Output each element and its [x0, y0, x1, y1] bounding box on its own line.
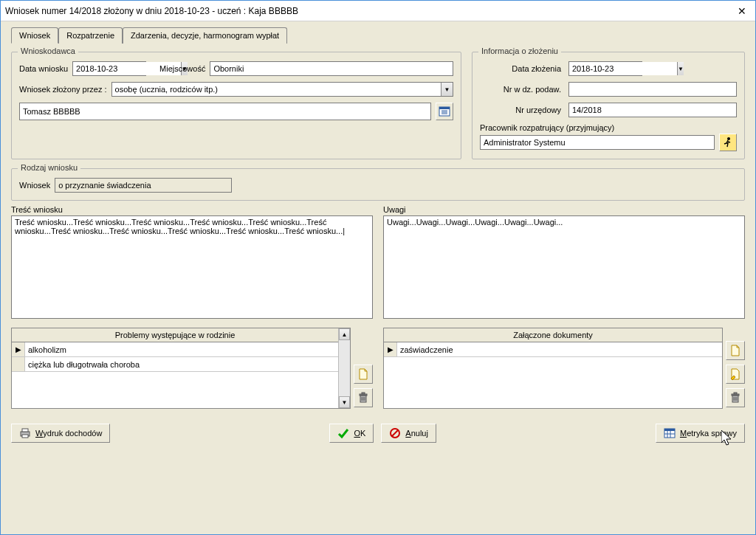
- new-document-icon: [729, 345, 741, 356]
- tab-wniosek[interactable]: Wniosek: [11, 27, 58, 44]
- date-zlozenia-combo[interactable]: ▼: [568, 61, 642, 76]
- tab-rozpatrzenie[interactable]: Rozpatrzenie: [58, 27, 123, 44]
- grid-body-problemy: ▶ alkoholizm ciężka lub długotrwała chor…: [12, 342, 338, 408]
- legend-wnioskodawca: Wnioskodawca: [18, 46, 78, 55]
- label-wniosek-typ: Wniosek: [19, 181, 50, 190]
- svg-rect-14: [734, 393, 737, 394]
- label-tresc: Treść wniosku: [11, 205, 373, 214]
- svg-line-22: [392, 430, 398, 436]
- svg-rect-1: [439, 107, 450, 109]
- calendar-icon: [439, 106, 450, 117]
- textarea-tresc[interactable]: [11, 215, 373, 319]
- delete-document-button[interactable]: [726, 388, 745, 407]
- grid-problemy[interactable]: Problemy występujące w rodzinie ▶ alkoho…: [11, 328, 351, 409]
- input-osoba[interactable]: [19, 103, 431, 120]
- trash-icon: [729, 392, 741, 404]
- label-data-zlozenia: Data złożenia: [480, 64, 561, 73]
- date-zlozenia-input[interactable]: [569, 62, 677, 75]
- window-body: Wniosek Rozpatrzenie Zdarzenia, decyzje,…: [1, 21, 755, 534]
- person-running-icon: [722, 137, 734, 148]
- table-row[interactable]: ▶ zaświadczenie: [384, 342, 722, 357]
- groupbox-wnioskodawca: Wnioskodawca Data wniosku ▼ Miejscowość …: [11, 52, 461, 159]
- scrollbar[interactable]: ▲ ▼: [338, 328, 350, 408]
- edit-document-icon: [729, 368, 741, 380]
- scroll-down-icon[interactable]: ▼: [339, 396, 350, 408]
- table-row[interactable]: ▶ alkoholizm: [12, 342, 338, 357]
- titlebar: Wniosek numer 14/2018 złożony w dniu 201…: [1, 1, 755, 21]
- label-zlozony-przez: Wniosek złożony przez :: [19, 85, 107, 94]
- edit-document-button[interactable]: [726, 365, 745, 384]
- row-indicator-icon: [12, 357, 25, 371]
- svg-rect-19: [22, 429, 28, 432]
- groupbox-rodzaj: Rodzaj wniosku Wniosek: [11, 168, 745, 201]
- label-nr-dz: Nr w dz. podaw.: [480, 85, 561, 94]
- check-icon: [337, 427, 349, 439]
- print-income-button[interactable]: WWydruk dochodówydruk dochodów: [11, 424, 110, 443]
- scroll-up-icon[interactable]: ▲: [339, 328, 350, 340]
- groupbox-informacja: Informacja o złożeniu Data złożenia ▼ Nr…: [472, 52, 745, 159]
- pick-worker-button[interactable]: [719, 134, 737, 151]
- textarea-uwagi[interactable]: [383, 215, 745, 319]
- legend-rodzaj: Rodzaj wniosku: [18, 163, 80, 172]
- input-nr-dz[interactable]: [568, 82, 737, 97]
- input-miejscowosc[interactable]: [210, 61, 453, 76]
- app-window: Wniosek numer 14/2018 złożony w dniu 201…: [0, 0, 756, 535]
- add-problem-button[interactable]: [354, 365, 373, 384]
- tabstrip: Wniosek Rozpatrzenie Zdarzenia, decyzje,…: [11, 27, 745, 44]
- metryka-button[interactable]: Metryka sprawy: [656, 424, 745, 443]
- grid-header-dokumenty: Załączone dokumenty: [384, 328, 722, 342]
- legend-informacja: Informacja o złożeniu: [478, 46, 561, 55]
- row-indicator-icon: ▶: [384, 342, 397, 356]
- window-title: Wniosek numer 14/2018 złożony w dniu 201…: [5, 6, 733, 16]
- label-uwagi: Uwagi: [383, 205, 745, 214]
- input-nr-urz[interactable]: [568, 103, 737, 117]
- cell-document: zaświadczenie: [397, 345, 722, 354]
- bottom-toolbar: WWydruk dochodówydruk dochodów OK Anuluj…: [11, 424, 745, 443]
- svg-rect-8: [362, 393, 365, 394]
- cancel-button[interactable]: Anuluj: [381, 424, 436, 443]
- input-pracownik[interactable]: [480, 135, 715, 150]
- svg-rect-20: [22, 435, 28, 438]
- label-data-wniosku: Data wniosku: [19, 64, 68, 73]
- grid-header-problemy: Problemy występujące w rodzinie: [12, 328, 338, 342]
- label-pracownik: Pracownik rozpatrujący (przyjmujący): [480, 123, 737, 132]
- tab-zdarzenia[interactable]: Zdarzenia, decyzje, harmonogram wypłat: [123, 27, 287, 44]
- delete-problem-button[interactable]: [354, 388, 373, 407]
- label-miejscowosc: Miejscowość: [159, 64, 205, 73]
- ok-button[interactable]: OK: [329, 424, 374, 443]
- label-nr-urz: Nr urzędowy: [480, 106, 561, 114]
- combo-zlozony-przez[interactable]: ▼: [111, 82, 453, 97]
- grid-icon: [664, 427, 676, 439]
- grid-body-dokumenty: ▶ zaświadczenie: [384, 342, 722, 408]
- chevron-down-icon[interactable]: ▼: [441, 83, 453, 96]
- printer-icon: [19, 427, 31, 439]
- trash-icon: [357, 392, 369, 404]
- no-entry-icon: [389, 427, 401, 439]
- grid-dokumenty[interactable]: Załączone dokumenty ▶ zaświadczenie: [383, 328, 723, 409]
- close-button[interactable]: ✕: [733, 4, 751, 18]
- add-document-button[interactable]: [726, 341, 745, 360]
- cell-problem: ciężka lub długotrwała choroba: [25, 360, 338, 369]
- table-row[interactable]: ciężka lub długotrwała choroba: [12, 357, 338, 372]
- date-wniosku-combo[interactable]: ▼: [72, 61, 146, 76]
- field-wniosek-typ: [55, 178, 232, 193]
- svg-rect-24: [664, 429, 675, 431]
- combo-zlozony-przez-input[interactable]: [112, 83, 441, 96]
- cell-problem: alkoholizm: [25, 345, 338, 354]
- new-document-icon: [357, 368, 369, 380]
- calendar-picker-button[interactable]: [436, 103, 453, 120]
- chevron-down-icon[interactable]: ▼: [677, 62, 684, 75]
- svg-point-5: [727, 137, 730, 140]
- row-indicator-icon: ▶: [12, 342, 25, 356]
